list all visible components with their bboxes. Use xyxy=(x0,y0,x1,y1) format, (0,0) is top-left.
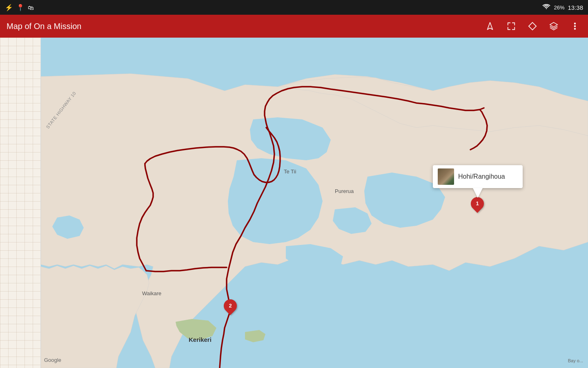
usb-icon: ⚡ xyxy=(5,4,13,11)
toolbar-actions xyxy=(483,20,581,33)
purerua-label: Purerua xyxy=(335,188,354,194)
battery-indicator: 26% xyxy=(554,4,564,11)
page-title: Map of On a Mission xyxy=(7,22,483,31)
map-svg xyxy=(0,38,588,368)
bag-icon: 🛍 xyxy=(28,4,34,11)
popup-place-name: Hohi/Rangihoua xyxy=(458,173,505,180)
fullscreen-button[interactable] xyxy=(505,20,518,33)
navigate-button[interactable] xyxy=(483,20,497,33)
bay-label: Bay o... xyxy=(568,358,583,363)
info-popup[interactable]: Hohi/Rangihoua xyxy=(433,165,523,188)
popup-thumbnail-image xyxy=(438,168,454,185)
waikare-label: Waikare xyxy=(142,290,161,296)
clock: 13:38 xyxy=(568,4,583,11)
kerikeri-label: Kerikeri xyxy=(189,336,212,343)
map-pin-2[interactable]: 2 xyxy=(224,299,237,312)
popup-thumbnail xyxy=(438,168,454,185)
status-icons-left: ⚡ 📍 🛍 xyxy=(5,4,34,11)
location-icon: 📍 xyxy=(16,4,24,11)
svg-point-2 xyxy=(575,28,576,29)
google-watermark: Google xyxy=(44,357,61,363)
wifi-icon xyxy=(542,4,550,11)
toolbar: Map of On a Mission xyxy=(0,15,588,38)
status-bar: ⚡ 📍 🛍 26% 13:38 xyxy=(0,0,588,15)
pin-2-number: 2 xyxy=(229,302,232,308)
svg-point-1 xyxy=(575,26,576,27)
te-tii-label: Te Tii xyxy=(284,168,296,175)
map-pin-1[interactable]: 1 xyxy=(471,197,484,210)
svg-point-0 xyxy=(575,23,576,24)
map-container[interactable]: STATE HIGHWAY 10 Te Tii Purerua Waikare … xyxy=(0,38,588,368)
status-icons-right: 26% 13:38 xyxy=(542,4,583,11)
more-button[interactable] xyxy=(568,20,581,33)
pin-1-number: 1 xyxy=(476,200,479,206)
route-button[interactable] xyxy=(526,20,539,33)
pin-2-marker[interactable]: 2 xyxy=(221,296,239,315)
layers-button[interactable] xyxy=(547,20,560,33)
